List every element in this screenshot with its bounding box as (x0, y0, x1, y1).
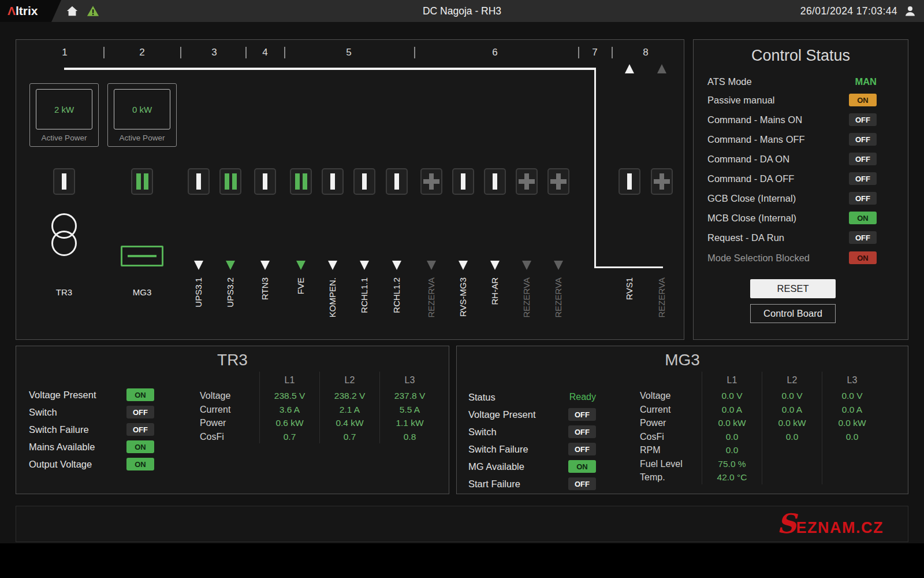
tie-line-bottom (594, 266, 663, 268)
meas-phase-header: L1 (702, 372, 762, 389)
control-status-row: Request - DA RunOFF (707, 231, 877, 244)
meas-value: 0.0 (702, 430, 762, 444)
control-status-label: Command - Mans OFF (707, 134, 805, 145)
status-badge: OFF (849, 153, 877, 165)
meas-value: 0.0 kW (822, 416, 882, 430)
meas-value: 0.0 (762, 430, 822, 444)
breaker-bar (394, 173, 399, 190)
control-status-row: GCB Close (Internal)OFF (707, 191, 877, 205)
breaker-tr3[interactable] (53, 168, 75, 195)
control-status-row: Command - Mains ONOFF (707, 113, 877, 127)
control-status-label: Mode Selection Blocked (707, 253, 810, 264)
flow-arrow-down (296, 261, 305, 270)
status-row: Switch FailureOFF (468, 442, 596, 456)
status-label: Voltage Present (29, 390, 96, 401)
feeder-label: MG3 (107, 287, 177, 297)
meas-value: 5.5 A (379, 403, 439, 417)
status-badge: ON (849, 94, 877, 106)
flow-arrow-down (459, 261, 468, 270)
breaker-bar (232, 173, 237, 190)
meas-row-label: Power (640, 416, 702, 430)
flow-arrow-down (194, 261, 203, 270)
breaker-fve[interactable] (290, 168, 312, 195)
breaker-kompen[interactable] (322, 168, 344, 195)
breaker-ups32[interactable] (219, 168, 241, 195)
breaker-bar (225, 173, 229, 190)
measurement-table: L1L2L3Voltage238.5 V238.2 V237.8 VCurren… (200, 372, 439, 443)
meas-row-label: RPM (640, 443, 702, 457)
breaker-rvsmg3[interactable] (452, 168, 474, 195)
meas-value: 0.4 kW (319, 416, 379, 430)
meas-value: 0.0 (822, 430, 882, 444)
active-power-value: 2 kW (36, 89, 92, 129)
meas-value: 0.0 A (762, 403, 822, 417)
section-divider (245, 47, 247, 58)
meas-value: 2.1 A (319, 403, 379, 417)
active-power-box: 2 kWActive Power (29, 83, 99, 147)
meas-value: 0.0 kW (762, 416, 822, 430)
feeder-label: REZERVA (655, 277, 668, 347)
feeder-label: REZERVA (552, 277, 565, 347)
flow-arrow-up (657, 64, 666, 73)
breaker-rchl12[interactable] (386, 168, 408, 195)
breaker-rezerva[interactable] (547, 168, 569, 195)
mg3-panel: MG3 StatusReadyVoltage PresentOFFSwitchO… (456, 346, 908, 494)
meas-value: 0.0 V (702, 389, 762, 403)
section-number: 7 (588, 47, 602, 58)
meas-row-label: Current (200, 403, 259, 417)
breaker-rchl11[interactable] (353, 168, 375, 195)
control-status-row: Command - Mans OFFOFF (707, 132, 877, 146)
status-badge: OFF (568, 425, 596, 438)
section-divider (578, 47, 579, 58)
feeder-label: REZERVA (520, 277, 533, 347)
breaker-ups31[interactable] (188, 168, 210, 195)
meas-value: 0.0 kW (702, 416, 762, 430)
breaker-rhar[interactable] (484, 168, 506, 195)
flow-arrow-down (360, 261, 369, 270)
breaker-bar (627, 173, 632, 190)
meas-value (762, 457, 822, 471)
status-row: SwitchOFF (468, 425, 596, 439)
breaker-reserve-mark (519, 179, 535, 184)
bus-drop-right (594, 68, 596, 268)
breaker-rezerva[interactable] (420, 168, 442, 195)
breaker-rezerva[interactable] (516, 168, 538, 195)
meas-value: 1.1 kW (379, 416, 439, 430)
control-status-label: Command - Mains ON (707, 114, 802, 125)
control-status-label: GCB Close (Internal) (707, 193, 796, 204)
control-status-label: Command - DA OFF (707, 173, 794, 184)
section-number: 5 (342, 47, 356, 58)
active-power-label: Active Power (108, 134, 176, 142)
status-row: Voltage PresentON (29, 388, 154, 402)
control-status-label: MCB Close (Internal) (707, 213, 796, 224)
feeder-label: RTN3 (259, 277, 271, 347)
meas-phase-header: L2 (762, 372, 822, 389)
user-icon[interactable] (903, 4, 917, 18)
breaker-mg3[interactable] (131, 168, 153, 195)
section-number: 2 (135, 47, 149, 58)
page-title: DC Nagoja - RH3 (0, 0, 924, 22)
status-label: MG Available (468, 461, 524, 472)
meas-value (762, 470, 822, 484)
meas-phase-header: L3 (822, 372, 882, 389)
status-row: Output VoltageON (29, 457, 154, 471)
status-badge: OFF (126, 406, 154, 418)
breaker-rezerva[interactable] (651, 168, 673, 195)
status-badge: OFF (568, 477, 596, 490)
flow-arrow-down (328, 261, 337, 270)
status-badge: ON (849, 212, 877, 224)
status-label: Switch Failure (468, 444, 528, 455)
breaker-rtn3[interactable] (254, 168, 276, 195)
meas-phase-header: L2 (319, 372, 379, 389)
feeder-label: FVE (295, 277, 307, 347)
breaker-bar (493, 173, 497, 190)
top-bar: Λltrix DC Nagoja - RH3 26/01/2024 17:03:… (0, 0, 924, 22)
section-divider (180, 47, 181, 58)
meas-row-label: CosFi (200, 430, 259, 444)
breaker-rvs1[interactable] (619, 168, 640, 195)
meas-phase-header: L1 (259, 372, 319, 389)
feeder-label: KOMPEN. (326, 277, 339, 347)
breaker-reserve-mark (550, 179, 567, 184)
control-board-button[interactable]: Control Board (750, 304, 836, 323)
reset-button[interactable]: RESET (750, 279, 836, 298)
